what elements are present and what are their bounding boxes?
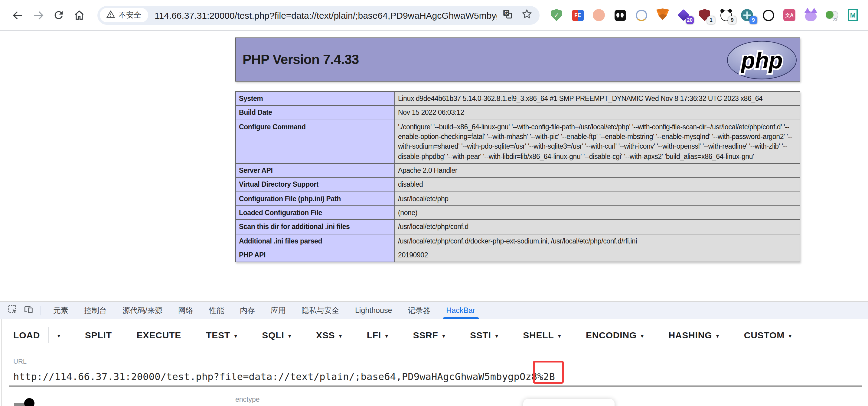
page-title: PHP Version 7.4.33 <box>243 52 359 68</box>
tab-network[interactable]: 网络 <box>170 302 201 319</box>
chevron-down-icon: ▾ <box>716 333 719 339</box>
back-button[interactable] <box>7 5 28 25</box>
extension-bw-ring[interactable] <box>762 8 775 22</box>
tab-performance[interactable]: 性能 <box>201 302 232 319</box>
warning-icon <box>106 10 115 21</box>
reload-icon <box>53 9 65 21</box>
row-label: System <box>236 92 395 106</box>
chevron-down-icon: ▾ <box>235 333 237 339</box>
ssti-menu[interactable]: SSTI▾ <box>470 330 498 340</box>
chevron-down-icon: ▾ <box>789 333 792 339</box>
extension-black-eyes[interactable] <box>613 8 627 22</box>
extension-snowflake[interactable]: 9 <box>740 8 754 22</box>
phpinfo-table: SystemLinux d9de44b61b37 5.14.0-362.8.1.… <box>235 91 800 263</box>
tab-lighthouse[interactable]: Lighthouse <box>347 302 400 319</box>
row-value: /usr/local/etc/php <box>395 192 800 206</box>
tab-console[interactable]: 控制台 <box>76 302 115 319</box>
bookmark-star-icon[interactable] <box>521 8 532 22</box>
tab-hackbar[interactable]: HackBar <box>438 302 483 319</box>
hackbar-panel: LOAD ▾ SPLIT EXECUTE TEST▾ SQLI▾ XSS▾ LF… <box>0 319 868 406</box>
table-row: Configure Command'./configure' '--build=… <box>236 120 800 163</box>
table-row: Server APIApache 2.0 Handler <box>236 163 800 178</box>
reload-button[interactable] <box>49 5 69 25</box>
split-button[interactable]: SPLIT <box>85 330 112 340</box>
address-bar[interactable]: 不安全 114.66.37.31:20000/test.php?file=dat… <box>97 6 539 25</box>
tab-recorder[interactable]: 记录器 <box>400 302 438 319</box>
table-row: Build DateNov 15 2022 06:03:12 <box>236 106 800 120</box>
extension-panda[interactable]: 9 <box>719 8 733 22</box>
encoding-menu[interactable]: ENCODING▾ <box>586 330 644 340</box>
row-label: Configuration File (php.ini) Path <box>236 192 395 206</box>
test-menu[interactable]: TEST▾ <box>206 330 237 340</box>
ssrf-menu[interactable]: SSRF▾ <box>413 330 445 340</box>
extension-badge: 9 <box>749 16 757 24</box>
hackbar-logo-partial <box>24 398 34 406</box>
extension-purple-cat[interactable] <box>804 8 817 22</box>
load-dropdown-arrow-icon[interactable]: ▾ <box>58 333 60 339</box>
extension-metamask[interactable] <box>656 8 669 22</box>
inspect-element-button[interactable] <box>5 303 21 318</box>
row-value: /usr/local/etc/php/conf.d <box>395 220 800 234</box>
lfi-menu[interactable]: LFI▾ <box>367 330 388 340</box>
table-row: Scan this dir for additional .ini files/… <box>236 220 800 234</box>
shell-menu[interactable]: SHELL▾ <box>523 330 561 340</box>
chevron-down-icon: ▾ <box>442 333 445 339</box>
tab-application[interactable]: 应用 <box>263 302 294 319</box>
svg-text:G: G <box>504 10 508 15</box>
row-label: Additional .ini files parsed <box>236 234 395 248</box>
url-input[interactable]: http://114.66.37.31:20000/test.php?file=… <box>9 367 862 387</box>
row-label: Virtual Directory Support <box>236 178 395 192</box>
highlighted-url-fragment: %2B <box>537 371 555 382</box>
extension-js-toggle[interactable]: JS <box>825 8 838 22</box>
extension-teal-m[interactable]: M <box>846 8 860 22</box>
url-input-value[interactable]: http://114.66.37.31:20000/test.php?file=… <box>13 371 555 382</box>
extension-purple-diamond[interactable]: 20 <box>677 8 690 22</box>
forward-button[interactable] <box>28 5 49 25</box>
green-shield-icon: ✓ <box>551 9 562 21</box>
table-row: PHP API20190902 <box>236 248 800 262</box>
suggestion-popup[interactable] <box>523 399 615 406</box>
tab-sources[interactable]: 源代码/来源 <box>115 302 170 319</box>
sqli-menu[interactable]: SQLI▾ <box>262 330 291 340</box>
extension-badge: 1 <box>707 16 715 24</box>
inspect-cursor-icon <box>7 304 18 317</box>
hashing-menu[interactable]: HASHING▾ <box>669 330 719 340</box>
php-logo: php <box>726 40 798 83</box>
pink-translate-icon: 文A <box>783 9 796 21</box>
row-value: Apache 2.0 Handler <box>395 163 800 178</box>
custom-menu[interactable]: CUSTOM▾ <box>744 330 792 340</box>
panel-left-edge <box>1 319 2 406</box>
table-row: Virtual Directory Supportdisabled <box>236 178 800 192</box>
tab-elements[interactable]: 元素 <box>45 302 76 319</box>
phpinfo-header: PHP Version 7.4.33 php <box>235 37 800 81</box>
browser-toolbar: 不安全 114.66.37.31:20000/test.php?file=dat… <box>0 0 868 31</box>
table-row: Loaded Configuration File(none) <box>236 206 800 220</box>
tab-privacy-security[interactable]: 隐私与安全 <box>294 302 347 319</box>
phpinfo: PHP Version 7.4.33 php SystemLinux d9de4 <box>235 37 800 263</box>
device-toolbar-icon <box>23 304 34 317</box>
home-button[interactable] <box>69 5 90 25</box>
extension-pink-translate[interactable]: 文A <box>783 8 796 22</box>
fox-icon <box>656 8 669 22</box>
row-label: PHP API <box>236 248 395 262</box>
xss-menu[interactable]: XSS▾ <box>316 330 342 340</box>
extension-adguard[interactable]: ✓ <box>550 8 563 22</box>
translate-icon[interactable]: G <box>502 9 512 22</box>
extensions-row: ✓ FE 20 1 9 9 文A JS M <box>550 8 860 22</box>
extension-maroon-shield[interactable]: 1 <box>698 8 711 22</box>
menu-divider <box>49 327 49 343</box>
tab-memory[interactable]: 内存 <box>232 302 263 319</box>
execute-button[interactable]: EXECUTE <box>137 330 181 340</box>
extension-peach[interactable] <box>592 8 606 22</box>
device-toolbar-button[interactable] <box>21 303 36 318</box>
security-chip[interactable]: 不安全 <box>100 8 148 22</box>
load-button[interactable]: LOAD <box>13 330 40 340</box>
url-text[interactable]: 114.66.37.31:20000/test.php?file=data://… <box>155 10 497 20</box>
table-row: Configuration File (php.ini) Path/usr/lo… <box>236 192 800 206</box>
extension-badge: 20 <box>686 16 694 24</box>
extension-fe[interactable]: FE <box>571 8 584 22</box>
url-field-label: URL <box>13 358 27 365</box>
home-icon <box>73 9 85 21</box>
js-toggle-icon: JS <box>825 11 838 19</box>
extension-ringed[interactable] <box>634 8 648 22</box>
